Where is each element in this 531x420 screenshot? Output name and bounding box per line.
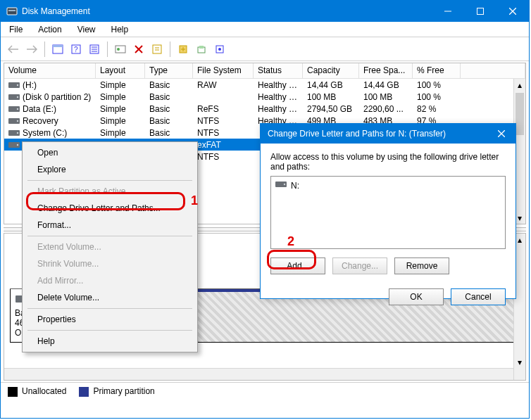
cell: 14,44 GB [303, 79, 359, 91]
cell: Basic [145, 91, 193, 103]
close-button[interactable] [496, 1, 529, 22]
col-layout[interactable]: Layout [96, 63, 145, 78]
drive-icon [8, 94, 20, 101]
grid-header: Volume Layout Type File System Status Ca… [4, 63, 525, 79]
scroll-down-icon[interactable]: ▾ [514, 356, 525, 368]
volume-cell: (H:) [4, 79, 96, 91]
refresh-button[interactable] [112, 41, 129, 58]
menu-file[interactable]: File [6, 23, 25, 36]
svg-point-43 [284, 184, 285, 185]
col-status[interactable]: Status [254, 63, 303, 78]
col-volume[interactable]: Volume [4, 63, 96, 78]
drive-icon [8, 82, 20, 89]
legend-primary: Primary partition [79, 386, 154, 397]
col-filesystem[interactable]: File System [193, 63, 254, 78]
cell: Simple [96, 79, 145, 91]
separator [27, 330, 192, 331]
ctx-change-letter[interactable]: Change Drive Letter and Paths... [25, 200, 195, 217]
horizontal-scrollbar[interactable] [4, 368, 513, 380]
svg-point-35 [17, 132, 18, 134]
col-freespace[interactable]: Free Spa... [359, 63, 413, 78]
cell: 100 % [413, 91, 461, 103]
svg-point-33 [17, 120, 18, 122]
separator [44, 42, 45, 57]
svg-point-27 [17, 84, 18, 86]
svg-rect-1 [8, 10, 15, 11]
new-volume-icon[interactable] [175, 41, 192, 58]
svg-point-25 [218, 48, 221, 51]
properties-icon[interactable] [149, 41, 165, 58]
cell: 14,44 GB [359, 79, 413, 91]
menu-help[interactable]: Help [108, 23, 132, 36]
cancel-button[interactable]: Cancel [451, 288, 506, 305]
ctx-format[interactable]: Format... [25, 217, 195, 234]
cell: 82 % [413, 103, 461, 115]
context-menu: Open Explore Mark Partition as Active Ch… [22, 141, 198, 352]
col-percent[interactable]: % Free [413, 63, 461, 78]
nav-forward-button[interactable] [23, 41, 40, 58]
add-button[interactable]: Add... [270, 257, 325, 274]
col-type[interactable]: Type [145, 63, 193, 78]
dialog-path-list[interactable]: N: [270, 176, 506, 249]
ctx-help[interactable]: Help [25, 333, 195, 350]
remove-button[interactable]: Remove [394, 257, 449, 274]
help-button[interactable]: ? [68, 41, 85, 58]
callout-2-label: 2 [287, 234, 294, 249]
cell: Healthy (P... [254, 79, 303, 91]
menubar: File Action View Help [1, 22, 529, 37]
drive-icon [8, 129, 20, 137]
minimize-button[interactable] [432, 1, 464, 22]
cell: Basic [145, 115, 193, 127]
cell: NTFS [193, 115, 254, 127]
ctx-mirror: Add Mirror... [25, 272, 195, 289]
volume-cell: Data (E:) [4, 103, 96, 115]
svg-point-31 [17, 108, 18, 110]
col-spacer [461, 63, 525, 78]
delete-icon[interactable] [130, 41, 147, 58]
dialog-close-button[interactable] [487, 124, 516, 144]
ctx-open[interactable]: Open [25, 144, 195, 161]
legend-bar: Unallocated Primary partition [1, 382, 529, 400]
show-hide-console-button[interactable] [49, 41, 66, 58]
table-row[interactable]: Data (E:)SimpleBasicReFSHealthy (P...279… [4, 103, 525, 115]
cell: 2290,60 ... [359, 103, 413, 115]
svg-rect-3 [477, 8, 484, 15]
table-row[interactable]: (H:)SimpleBasicRAWHealthy (P...14,44 GB1… [4, 79, 525, 91]
cell: NTFS [193, 127, 254, 139]
col-capacity[interactable]: Capacity [303, 63, 359, 78]
separator [27, 308, 192, 309]
dialog-titlebar[interactable]: Change Drive Letter and Paths for N: (Tr… [261, 124, 516, 144]
attach-vhd-icon[interactable] [193, 41, 210, 58]
volume-cell: System (C:) [4, 127, 96, 139]
ctx-explore[interactable]: Explore [25, 161, 195, 178]
ok-button[interactable]: OK [389, 288, 444, 305]
menu-view[interactable]: View [75, 23, 99, 36]
maximize-button[interactable] [464, 1, 496, 22]
ctx-delete[interactable]: Delete Volume... [25, 289, 195, 306]
cell: Simple [96, 115, 145, 127]
svg-rect-23 [199, 46, 204, 49]
table-row[interactable]: (Disk 0 partition 2)SimpleBasicHealthy (… [4, 91, 525, 103]
svg-point-15 [117, 48, 120, 51]
separator [170, 42, 170, 57]
separator [27, 236, 192, 236]
drive-icon [8, 117, 20, 125]
cell: Simple [96, 127, 145, 139]
scroll-thumb[interactable] [516, 93, 524, 135]
svg-point-29 [17, 96, 18, 98]
swatch-black [8, 387, 18, 397]
scroll-up-icon[interactable]: ▴ [514, 79, 525, 91]
nav-back-button[interactable] [5, 41, 22, 58]
cell: 100 MB [303, 91, 359, 103]
dialog-instruction: Allow access to this volume by using the… [270, 152, 506, 172]
detach-vhd-icon[interactable] [211, 41, 228, 58]
legend-unallocated: Unallocated [8, 386, 66, 397]
menu-action[interactable]: Action [35, 23, 64, 36]
disk-management-window: Disk Management File Action View Help ? … [0, 0, 530, 419]
app-icon [6, 6, 18, 17]
list-item[interactable]: N: [274, 179, 502, 191]
window-title: Disk Management [22, 6, 432, 16]
titlebar[interactable]: Disk Management [1, 1, 529, 22]
settings-button[interactable] [86, 41, 103, 58]
ctx-properties[interactable]: Properties [25, 311, 195, 328]
